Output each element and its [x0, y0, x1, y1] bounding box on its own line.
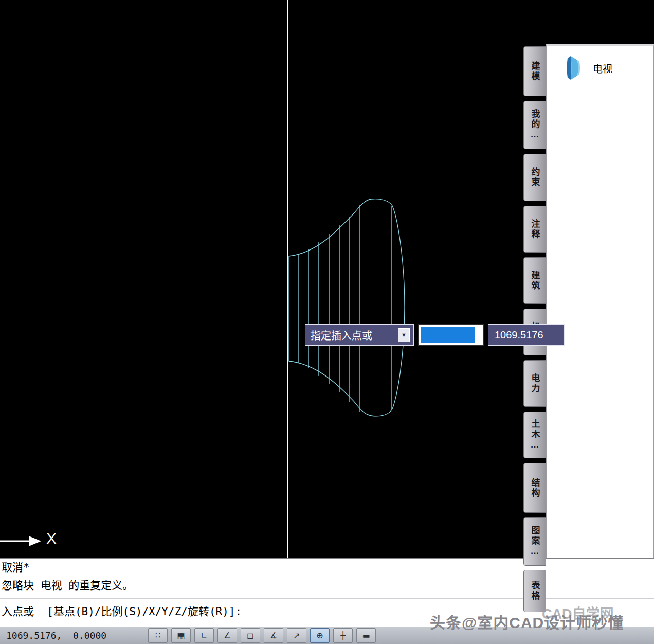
- otrack-toggle-button[interactable]: ↗: [287, 628, 306, 643]
- dynamic-input-prompt: 指定插入点或 ▼: [305, 324, 414, 346]
- status-toggle-group: ∷ ▦ ∟ ∠ ◻ ∡ ↗ ⊕ ┼ ▬: [148, 628, 376, 643]
- lineweight-toggle-button[interactable]: ▬: [356, 628, 376, 643]
- osnap-icon: ◻: [247, 631, 253, 640]
- ortho-toggle-button[interactable]: ∟: [194, 628, 214, 643]
- snap-icon: ∷: [155, 631, 160, 640]
- palette-tab-constraints[interactable]: 约束: [523, 154, 546, 201]
- polar-icon: ∠: [224, 631, 231, 640]
- dynamic-input-coordinate[interactable]: 1069.5176: [488, 324, 565, 346]
- dynamic-input-selection: [421, 327, 475, 343]
- otrack-icon: ↗: [293, 631, 300, 640]
- ducs-icon: ┼: [340, 631, 346, 640]
- ucs-x-arrow: [0, 530, 72, 552]
- coordinate-display[interactable]: 1069.5176, 0.0000: [6, 630, 106, 641]
- palette-tab-structural[interactable]: 结构: [523, 463, 546, 513]
- lineweight-icon: ▬: [362, 631, 370, 640]
- dyn-toggle-button[interactable]: ⊕: [310, 628, 330, 643]
- command-divider: [0, 598, 654, 599]
- osnap-toggle-button[interactable]: ◻: [241, 628, 260, 643]
- palette-tab-civil[interactable]: 土木…: [523, 412, 546, 458]
- palette-item-tv[interactable]: 电视: [563, 56, 612, 80]
- dynamic-input-field[interactable]: [418, 324, 484, 346]
- ducs-toggle-button[interactable]: ┼: [333, 628, 353, 643]
- palette-tab-annotation[interactable]: 注释: [523, 206, 546, 253]
- dyn-icon: ⊕: [316, 631, 323, 640]
- palette-item-tv-label: 电视: [593, 61, 612, 75]
- palette-tab-hatch[interactable]: 图案…: [523, 517, 546, 566]
- palette-tab-modeling[interactable]: 建模: [523, 46, 546, 96]
- dynamic-input-prompt-text: 指定插入点或: [311, 328, 372, 343]
- dynamic-input-tooltip: 指定插入点或 ▼ 1069.5176: [305, 324, 565, 346]
- tv-block-icon: [563, 56, 584, 80]
- options-down-arrow-icon[interactable]: ▼: [398, 328, 410, 342]
- grid-toggle-button[interactable]: ▦: [171, 628, 191, 643]
- ucs-icon: X: [0, 530, 72, 552]
- angle-icon: ∡: [270, 631, 277, 640]
- grid-icon: ▦: [177, 631, 185, 640]
- polar-toggle-button[interactable]: ∠: [217, 628, 237, 643]
- tool-palette-panel: 电视: [546, 44, 654, 558]
- palette-tab-electrical[interactable]: 电力: [523, 360, 546, 407]
- palette-tab-my-tools[interactable]: 我的…: [523, 101, 546, 149]
- command-history-line: 忽略块 电视 的重复定义。: [0, 577, 654, 595]
- ortho-icon: ∟: [201, 631, 207, 640]
- watermark-primary: 头条@室内CAD设计师秒懂: [430, 610, 624, 633]
- snap-toggle-button[interactable]: ∷: [148, 628, 168, 643]
- command-prompt-line[interactable]: 入点或 [基点(B)/比例(S)/X/Y/Z/旋转(R)]:: [0, 603, 242, 618]
- angle-toggle-button[interactable]: ∡: [264, 628, 283, 643]
- crosshair-horizontal: [0, 306, 523, 306]
- tv-block-drawing: [283, 193, 416, 424]
- palette-tab-architecture[interactable]: 建筑: [523, 257, 546, 304]
- command-history-line: 取消*: [0, 559, 654, 577]
- ucs-x-label: X: [46, 530, 57, 547]
- autocad-window: X 指定插入点或 ▼ 1069.5176 建模 我的… 约束 注释 建筑 机械 …: [0, 0, 654, 644]
